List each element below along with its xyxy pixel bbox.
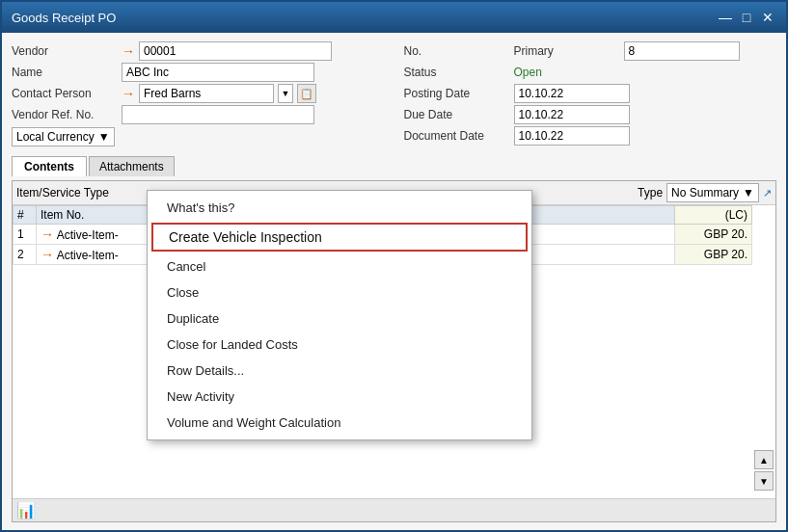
menu-item-create-vehicle-inspection[interactable]: Create Vehicle Inspection (151, 223, 528, 252)
main-window: Goods Receipt PO — □ ✕ Vendor → Name (0, 0, 788, 532)
context-menu: What's this? Create Vehicle Inspection C… (147, 190, 532, 440)
menu-item-close[interactable]: Close (148, 279, 531, 306)
context-menu-overlay: What's this? Create Vehicle Inspection C… (2, 2, 786, 530)
menu-item-whats-this[interactable]: What's this? (148, 195, 531, 221)
menu-item-cancel[interactable]: Cancel (148, 253, 531, 279)
menu-item-new-activity[interactable]: New Activity (148, 384, 531, 410)
menu-item-row-details[interactable]: Row Details... (148, 358, 531, 384)
menu-item-duplicate[interactable]: Duplicate (148, 306, 531, 332)
menu-item-volume-weight[interactable]: Volume and Weight Calculation (148, 410, 531, 436)
menu-item-close-landed-costs[interactable]: Close for Landed Costs (148, 332, 531, 358)
